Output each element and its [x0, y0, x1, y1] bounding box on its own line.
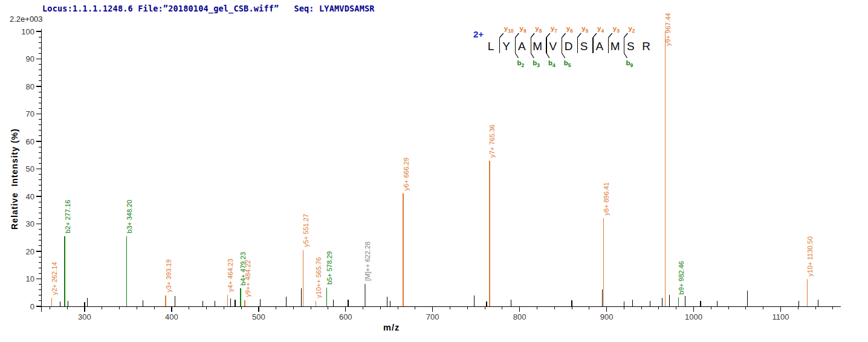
- y-tick-label: 20: [26, 247, 34, 256]
- x-tick-label: 1000: [685, 312, 702, 321]
- y-tick-label: 70: [26, 109, 34, 118]
- peak-label: y2+ 262.14: [51, 262, 58, 295]
- b-ion-tick: [516, 53, 519, 58]
- b-ion-label: b2: [517, 59, 525, 68]
- b-ion-label: b5: [564, 59, 571, 68]
- peak-label: y3+ 393.19: [165, 259, 172, 292]
- b-ion-tick: [624, 53, 627, 58]
- y-ion-label: y6: [566, 25, 573, 34]
- b-ion-label: b4: [548, 59, 555, 68]
- y-ion-tick: [577, 33, 581, 37]
- y-ion-tick: [500, 33, 504, 37]
- x-tick-label: 800: [513, 312, 526, 321]
- y-ion-label: y4: [597, 25, 604, 34]
- x-tick-label: 400: [165, 312, 178, 321]
- y-ion-label: y2: [628, 25, 635, 34]
- x-tick-label: 500: [252, 312, 265, 321]
- y-tick-label: 90: [26, 54, 34, 63]
- x-tick-label: 1100: [772, 312, 789, 321]
- peak-label: y4+ 464.23: [227, 259, 234, 292]
- peak-label: y7+ 765.36: [488, 124, 496, 158]
- b-ion-tick: [531, 53, 534, 58]
- b-ion-label: b9: [626, 59, 633, 68]
- peak-label: y5+ 551.27: [302, 214, 309, 247]
- y-ion-label: y5: [581, 25, 588, 34]
- peak-label: y8+ 896.41: [603, 182, 610, 216]
- peptide-residue: V: [549, 40, 557, 53]
- peptide-residue: M: [533, 40, 542, 53]
- y-tick-label: 30: [26, 219, 34, 228]
- peak-label: y10++ 565.76: [315, 257, 322, 298]
- precursor-charge-label: 2+: [473, 29, 484, 39]
- mass-spectrum-plot: 3004005006007008009001000110001020304050…: [0, 0, 868, 342]
- y-ion-tick: [609, 33, 612, 37]
- y-tick-label: 100: [21, 27, 34, 36]
- y-ion-label: y7: [551, 25, 557, 34]
- y-ion-label: y3: [613, 25, 620, 34]
- x-tick-label: 900: [600, 312, 614, 321]
- peak-label: b9+ 982.46: [678, 261, 685, 294]
- peak-label: [M]++ 622.28: [364, 242, 371, 281]
- peptide-residue: M: [611, 40, 620, 53]
- y-tick-label: 0: [30, 302, 34, 311]
- y-tick-label: 50: [26, 164, 34, 173]
- peak-label: b3+ 348.20: [126, 200, 133, 233]
- y-tick-label: 80: [26, 82, 34, 91]
- spectrum-viewer-window: Locus:1.1.1.1248.6 File:”20180104_gel_CS…: [0, 0, 868, 342]
- y-ion-tick: [531, 33, 534, 37]
- y-tick-label: 60: [26, 137, 34, 146]
- peak-label: y9++ 484.22: [244, 260, 251, 297]
- y-ion-label: y8: [535, 25, 542, 34]
- y-ion-tick: [562, 33, 566, 37]
- peptide-residue: R: [642, 40, 650, 53]
- peptide-residue: S: [627, 40, 635, 53]
- peak-label: b2+ 277.16: [64, 200, 71, 233]
- y-ion-tick: [516, 33, 519, 37]
- x-tick-label: 300: [78, 312, 91, 321]
- y-ion-label: y9: [520, 25, 526, 34]
- peptide-residue: L: [488, 40, 494, 53]
- b-ion-label: b3: [533, 59, 540, 68]
- y-ion-label: y10: [504, 25, 514, 34]
- peptide-residue: A: [596, 40, 604, 53]
- y-ion-tick: [546, 33, 550, 37]
- peptide-residue: A: [518, 40, 526, 53]
- peptide-residue: D: [565, 40, 573, 53]
- x-tick-label: 600: [339, 312, 352, 321]
- peptide-residue: S: [580, 40, 588, 53]
- peak-label: b5+ 578.29: [326, 251, 333, 285]
- y-ion-tick: [593, 33, 597, 37]
- peptide-residue: Y: [502, 40, 510, 53]
- peak-label: y9+ 967.44: [664, 13, 672, 46]
- b-ion-tick: [562, 53, 565, 58]
- y-tick-label: 10: [26, 274, 34, 283]
- y-tick-label: 40: [26, 192, 34, 201]
- x-tick-label: 700: [426, 312, 439, 321]
- b-ion-tick: [546, 53, 549, 58]
- peak-label: y10+ 1130.50: [806, 236, 814, 276]
- peak-label: y6+ 666.29: [403, 158, 410, 191]
- y-ion-tick: [624, 33, 627, 37]
